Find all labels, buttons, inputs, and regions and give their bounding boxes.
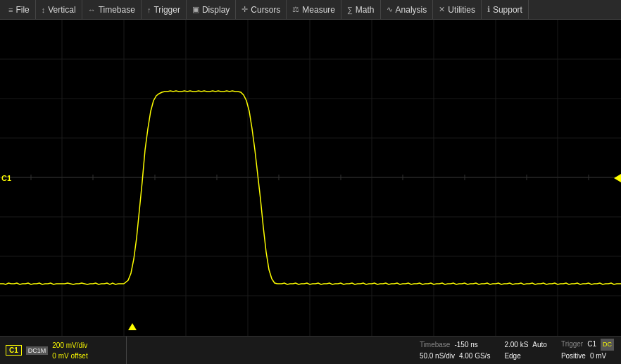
trigger-coupling-badge: DC — [601, 339, 614, 350]
trigger-channel: C1 — [587, 339, 596, 350]
trigger-level: 0 mV — [590, 351, 606, 362]
measure-icon: ⚖ — [292, 5, 299, 14]
menu-cursors[interactable]: ✛ Cursors — [236, 0, 287, 19]
menu-analysis[interactable]: ∿ Analysis — [381, 0, 434, 19]
menu-utilities-label: Utilities — [448, 5, 475, 15]
offset-value: 0 mV offset — [52, 351, 87, 361]
trigger-param: Trigger C1 DC Positive 0 mV — [561, 339, 614, 361]
menu-bar: ≡ File ↕ Vertical ↔ Timebase ↑ Trigger ▣… — [0, 0, 621, 20]
analysis-icon: ∿ — [387, 5, 393, 14]
channel-details: 200 mV/div 0 mV offset — [52, 340, 87, 361]
scope-parameters: Timebase -150 ns 50.0 nS/div 4.00 GS/s 2… — [127, 337, 621, 364]
utilities-icon: ✕ — [439, 5, 445, 14]
menu-cursors-label: Cursors — [251, 5, 280, 15]
trigger-label: Trigger — [561, 339, 583, 350]
display-icon: ▣ — [192, 5, 199, 14]
channel-info: C1 DC1M 200 mV/div 0 mV offset — [0, 337, 127, 364]
sample-rate-value: 4.00 GS/s — [459, 351, 490, 362]
menu-trigger[interactable]: ↑ Trigger — [142, 0, 187, 19]
menu-display[interactable]: ▣ Display — [187, 0, 236, 19]
timebase-value: -150 ns — [454, 339, 477, 351]
menu-math[interactable]: ∑ Math — [341, 0, 381, 19]
sample-count: 2.00 kS — [504, 339, 528, 351]
vertical-icon: ↕ — [42, 6, 46, 14]
channel-label: C1 — [1, 174, 11, 182]
trigger-edge: Edge — [504, 351, 520, 362]
sample-rate-div: 50.0 nS/div — [420, 351, 455, 362]
timebase-param: Timebase -150 ns 50.0 nS/div 4.00 GS/s — [420, 339, 491, 362]
channel-badge: C1 — [6, 345, 22, 356]
trigger-icon: ↑ — [147, 6, 151, 14]
menu-vertical[interactable]: ↕ Vertical — [36, 0, 82, 19]
trigger-slope: Positive — [561, 351, 586, 362]
status-bar: C1 DC1M 200 mV/div 0 mV offset Timebase … — [0, 336, 621, 364]
menu-timebase-label: Timebase — [99, 5, 135, 15]
menu-analysis-label: Analysis — [396, 5, 427, 15]
acquisition-param: 2.00 kS Auto Edge — [504, 339, 547, 362]
grid-svg — [0, 20, 621, 336]
menu-display-label: Display — [202, 5, 230, 15]
menu-support[interactable]: ℹ Support — [482, 0, 529, 19]
menu-vertical-label: Vertical — [48, 5, 75, 15]
menu-file-label: File — [15, 5, 29, 15]
cursors-icon: ✛ — [242, 5, 248, 14]
math-icon: ∑ — [347, 6, 353, 14]
menu-timebase[interactable]: ↔ Timebase — [82, 0, 142, 19]
trigger-marker — [128, 323, 137, 330]
menu-support-label: Support — [493, 5, 522, 15]
support-icon: ℹ — [487, 5, 490, 14]
file-icon: ≡ — [8, 6, 13, 14]
menu-utilities[interactable]: ✕ Utilities — [433, 0, 482, 19]
trigger-arrow — [614, 174, 621, 182]
menu-file[interactable]: ≡ File — [3, 0, 36, 19]
coupling-badge: DC1M — [26, 346, 49, 355]
timebase-label: Timebase — [420, 339, 451, 351]
menu-measure[interactable]: ⚖ Measure — [287, 0, 341, 19]
menu-measure-label: Measure — [302, 5, 335, 15]
volts-per-div: 200 mV/div — [52, 340, 87, 351]
acquisition-mode: Auto — [532, 339, 547, 351]
scope-display: C1 — [0, 20, 621, 336]
menu-trigger-label: Trigger — [153, 5, 180, 15]
timebase-icon: ↔ — [88, 6, 96, 14]
menu-math-label: Math — [356, 5, 375, 15]
